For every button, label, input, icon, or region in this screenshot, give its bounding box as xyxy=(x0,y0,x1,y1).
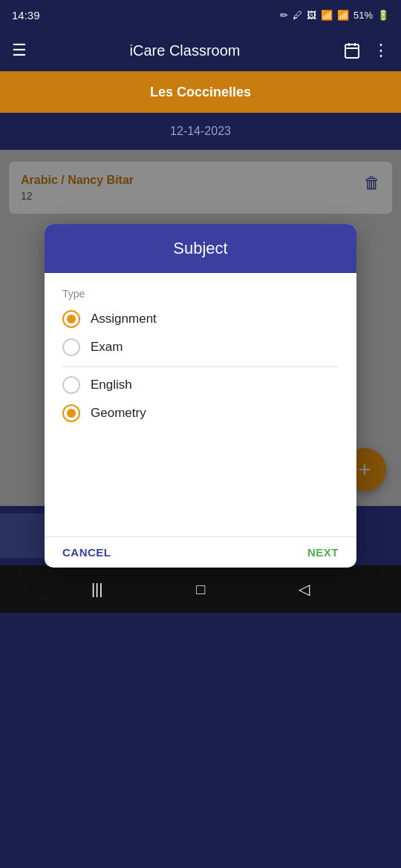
english-radio[interactable] xyxy=(62,376,80,394)
recent-apps-icon[interactable]: ||| xyxy=(91,581,103,598)
geometry-option[interactable]: Geometry xyxy=(62,404,339,422)
date-bar: 12-14-2023 xyxy=(0,113,401,150)
cancel-button[interactable]: CANCEL xyxy=(62,546,111,559)
divider-1 xyxy=(62,366,339,367)
top-bar: ☰ iCare Classroom ⋮ xyxy=(0,30,401,71)
battery-icon: 🔋 xyxy=(377,10,389,21)
english-label: English xyxy=(91,378,132,392)
dialog-title: Subject xyxy=(173,239,227,257)
dialog-spacer xyxy=(62,433,339,522)
screen-wrapper: 14:39 ✏ 🖊 🖼 📶 📶 51% 🔋 ☰ iCare Classroom xyxy=(0,0,401,868)
subject-dialog: Subject Type Assignment xyxy=(45,224,356,568)
english-option[interactable]: English xyxy=(62,376,339,394)
status-time: 14:39 xyxy=(12,9,40,22)
geometry-radio[interactable] xyxy=(62,404,80,422)
next-button[interactable]: NEXT xyxy=(307,546,339,559)
edit-icon: ✏ xyxy=(280,10,288,21)
exam-option[interactable]: Exam xyxy=(62,338,339,356)
status-icons: ✏ 🖊 🖼 📶 📶 51% 🔋 xyxy=(280,10,389,21)
more-icon[interactable]: ⋮ xyxy=(373,41,389,60)
dialog-wrapper: Subject Type Assignment xyxy=(0,150,401,506)
dialog-footer: CANCEL NEXT xyxy=(45,536,356,568)
menu-icon[interactable]: ☰ xyxy=(12,41,27,60)
geometry-label: Geometry xyxy=(91,406,146,421)
wifi-icon: 📶 xyxy=(321,10,333,21)
exam-label: Exam xyxy=(91,340,123,355)
battery-text: 51% xyxy=(353,10,373,21)
scrollable-area: Arabic / Nancy Bitar 🗑 12 Subject Type xyxy=(0,150,401,506)
image-icon: 🖼 xyxy=(307,10,316,21)
gesture-bar: ||| □ ◁ xyxy=(0,565,401,613)
date-text: 12-14-2023 xyxy=(170,125,231,138)
calendar-icon[interactable] xyxy=(343,42,361,59)
signal-icon: 📶 xyxy=(337,10,349,21)
pen-icon: 🖊 xyxy=(293,10,302,21)
assignment-label: Assignment xyxy=(91,312,157,326)
home-gesture-icon[interactable]: □ xyxy=(196,581,205,598)
dialog-header: Subject xyxy=(45,224,356,273)
type-section-label: Type xyxy=(62,288,339,300)
app-title: iCare Classroom xyxy=(39,42,331,59)
svg-rect-0 xyxy=(345,45,359,58)
screen-content: 14:39 ✏ 🖊 🖼 📶 📶 51% 🔋 ☰ iCare Classroom xyxy=(0,0,401,613)
class-name: Les Coccinelles xyxy=(150,85,251,100)
class-banner: Les Coccinelles xyxy=(0,71,401,113)
dialog-body: Type Assignment Exam xyxy=(45,273,356,536)
exam-radio[interactable] xyxy=(62,338,80,356)
back-icon[interactable]: ◁ xyxy=(299,580,310,598)
status-bar: 14:39 ✏ 🖊 🖼 📶 📶 51% 🔋 xyxy=(0,0,401,30)
assignment-radio[interactable] xyxy=(62,310,80,328)
assignment-option[interactable]: Assignment xyxy=(62,310,339,328)
